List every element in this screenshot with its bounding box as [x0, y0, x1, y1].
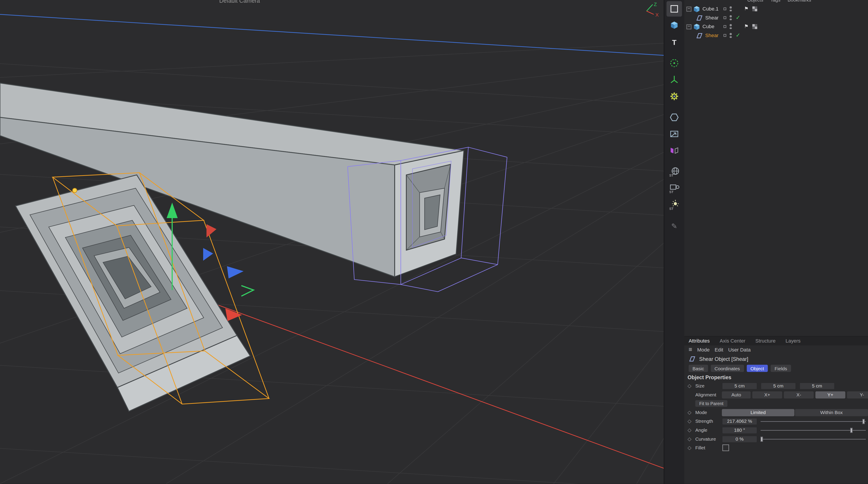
- keyframe-diamond-icon[interactable]: ◇: [687, 419, 695, 424]
- toolbar-light-st-tool[interactable]: ST: [666, 197, 682, 213]
- property-row-size: ◇ Size: [684, 381, 868, 390]
- hexagon-icon: [669, 112, 679, 123]
- gizmo-z-plane-handle[interactable]: [203, 248, 213, 261]
- size-y-field[interactable]: [761, 382, 796, 389]
- layer-square-icon[interactable]: [723, 7, 726, 10]
- angle-slider[interactable]: [761, 426, 866, 434]
- object-label[interactable]: Cube.1: [703, 6, 718, 11]
- tab-layers[interactable]: Layers: [785, 338, 801, 344]
- gizmo-z-cone[interactable]: [227, 266, 244, 278]
- keyframe-diamond-icon[interactable]: ◇: [687, 437, 695, 441]
- size-x-field[interactable]: [722, 382, 757, 389]
- object-label-selected[interactable]: Shear: [705, 33, 719, 38]
- fit-to-parent-button[interactable]: Fit to Parent: [695, 400, 727, 407]
- tab-coordinates[interactable]: Coordinates: [711, 365, 744, 372]
- mode-within-box-button[interactable]: Within Box: [795, 409, 868, 416]
- menu-edit[interactable]: Edit: [715, 347, 723, 352]
- size-z-field[interactable]: [799, 382, 835, 389]
- flag-tag-icon[interactable]: ⚑: [744, 24, 748, 29]
- flag-tag-icon[interactable]: ⚑: [744, 6, 748, 11]
- toolbar-hexagon-tool[interactable]: [666, 109, 682, 125]
- gizmo-x-cone[interactable]: [225, 309, 242, 321]
- svg-text:ST: ST: [669, 207, 674, 210]
- alignment-x-plus-button[interactable]: X+: [752, 391, 782, 398]
- shear-strength-handle[interactable]: [72, 188, 77, 193]
- layer-square-icon[interactable]: [723, 25, 726, 28]
- tree-row-shear2-selected[interactable]: Shear ✓: [684, 31, 868, 40]
- toolbar-cube-tool[interactable]: [666, 18, 682, 33]
- tab-structure[interactable]: Structure: [755, 338, 775, 344]
- keyframe-diamond-icon[interactable]: ◇: [687, 428, 695, 432]
- curvature-slider[interactable]: [761, 435, 866, 443]
- toolbar-text-tool[interactable]: T: [666, 34, 682, 50]
- expander-icon[interactable]: −: [686, 6, 691, 11]
- deformer-enabled-check-icon[interactable]: ✓: [736, 33, 740, 38]
- gizmo-y-arrowhead[interactable]: [167, 203, 178, 218]
- tab-fields[interactable]: Fields: [771, 365, 791, 372]
- curvature-label: Curvature: [695, 436, 722, 442]
- tab-basic[interactable]: Basic: [688, 365, 708, 372]
- angle-field[interactable]: [722, 426, 757, 434]
- app-window: Z X Default Camera T: [0, 0, 868, 484]
- texture-tag-icon[interactable]: [752, 24, 757, 29]
- visibility-dots[interactable]: [730, 24, 732, 29]
- layer-square-icon[interactable]: [723, 34, 726, 37]
- texture-tag-icon[interactable]: [752, 6, 757, 11]
- tree-row-cube[interactable]: − Cube ⚑: [684, 22, 868, 31]
- toolbar-workplane-tool[interactable]: [666, 126, 682, 142]
- toolbar-box-select-tool[interactable]: [666, 1, 682, 17]
- visibility-dots[interactable]: [730, 33, 732, 38]
- toolbar-projector-st-tool[interactable]: ST: [666, 181, 682, 196]
- property-row-strength: ◇ Strength: [684, 417, 868, 426]
- keyframe-diamond-icon[interactable]: ◇: [687, 445, 695, 450]
- property-row-fit-to-parent: Fit to Parent: [684, 399, 868, 408]
- hamburger-icon[interactable]: ≡: [688, 347, 692, 353]
- om-menu-objects[interactable]: Objects: [747, 0, 763, 3]
- viewport-3d[interactable]: Z X Default Camera: [0, 0, 664, 484]
- gizmo-y-chevron[interactable]: [241, 286, 253, 296]
- expander-icon[interactable]: −: [686, 24, 691, 29]
- gizmo-x-plane-handle[interactable]: [207, 224, 217, 237]
- tree-row-shear1[interactable]: Shear ✓: [684, 13, 868, 22]
- viewport-canvas[interactable]: Z X: [0, 0, 664, 484]
- toolbar-enable-axis-tool[interactable]: [666, 56, 682, 71]
- alignment-y-minus-button[interactable]: Y-: [847, 391, 868, 398]
- object-label[interactable]: Shear: [705, 15, 719, 21]
- menu-user-data[interactable]: User Data: [728, 347, 750, 352]
- alignment-auto-button[interactable]: Auto: [722, 391, 751, 398]
- toolbar-annotate-tool[interactable]: ✎: [666, 218, 682, 233]
- alignment-y-plus-button[interactable]: Y+: [815, 391, 845, 398]
- deformer-enabled-check-icon[interactable]: ✓: [736, 15, 740, 21]
- om-menu-tags[interactable]: Tags: [771, 0, 781, 3]
- tab-axis-center[interactable]: Axis Center: [720, 338, 745, 344]
- cube-object-icon: [693, 23, 700, 30]
- strength-slider[interactable]: [761, 418, 866, 425]
- fillet-checkbox[interactable]: [722, 445, 729, 451]
- strength-field[interactable]: [722, 418, 757, 425]
- camera-label[interactable]: Default Camera: [219, 0, 260, 4]
- mode-limited-button[interactable]: Limited: [722, 409, 794, 416]
- toolbar-globe-st-tool[interactable]: ST: [666, 164, 682, 179]
- visibility-dots[interactable]: [730, 15, 732, 20]
- object-label[interactable]: Cube: [703, 24, 714, 30]
- strength-slider-handle[interactable]: [863, 419, 865, 424]
- attributes-tab-bar: Attributes Axis Center Structure Layers: [684, 336, 868, 346]
- layer-square-icon[interactable]: [723, 16, 726, 19]
- angle-slider-handle[interactable]: [850, 428, 852, 432]
- visibility-dots[interactable]: [730, 6, 732, 11]
- world-z-axis-line: [0, 14, 664, 55]
- curvature-field[interactable]: [722, 435, 757, 443]
- toolbar-symmetry-tool[interactable]: [666, 143, 682, 158]
- om-menu-bookmarks[interactable]: Bookmarks: [787, 0, 811, 3]
- tree-row-cube1[interactable]: − Cube.1 ⚑: [684, 4, 868, 13]
- curvature-slider-handle[interactable]: [761, 437, 763, 441]
- tab-object[interactable]: Object: [747, 365, 768, 372]
- tab-attributes[interactable]: Attributes: [688, 338, 710, 344]
- toolbar-axis-modification-tool[interactable]: [666, 72, 682, 87]
- keyframe-diamond-icon[interactable]: ◇: [687, 410, 695, 415]
- keyframe-diamond-icon[interactable]: ◇: [687, 383, 695, 388]
- alignment-x-minus-button[interactable]: X-: [784, 391, 814, 398]
- toolbar-modeling-settings-tool[interactable]: [666, 89, 682, 104]
- menu-mode[interactable]: Mode: [697, 347, 710, 352]
- box-select-icon: [669, 4, 679, 14]
